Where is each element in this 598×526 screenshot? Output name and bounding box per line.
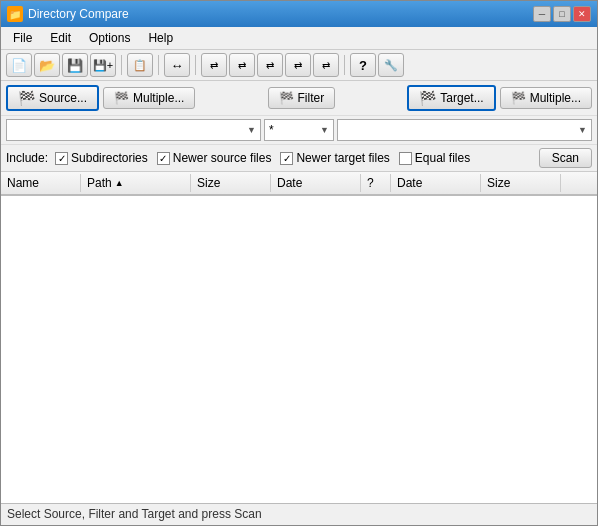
col-header-size[interactable]: Size	[191, 174, 271, 192]
copy5-button[interactable]: ⇄	[313, 53, 339, 77]
col-header-name[interactable]: Name	[1, 174, 81, 192]
table-body	[1, 196, 597, 503]
toolbar-separator-1	[121, 55, 122, 75]
multiple-source-button[interactable]: 🏁 Multiple...	[103, 87, 195, 109]
new-button[interactable]: 📄	[6, 53, 32, 77]
copy4-button[interactable]: ⇄	[285, 53, 311, 77]
multiple-target-icon: 🏁	[511, 91, 526, 105]
target-label: Target...	[440, 91, 483, 105]
col-header-size2[interactable]: Size	[481, 174, 561, 192]
toolbar-separator-2	[158, 55, 159, 75]
scan-button[interactable]: Scan	[539, 148, 592, 168]
equal-files-label: Equal files	[415, 151, 470, 165]
target-path-combo[interactable]: ▼	[337, 119, 592, 141]
filter-value: *	[269, 123, 274, 137]
copy1-button[interactable]: ⇄	[201, 53, 227, 77]
panel-row: 🏁 Source... 🏁 Multiple... 🏁 Filter 🏁 Tar…	[1, 81, 597, 116]
menu-edit[interactable]: Edit	[42, 29, 79, 47]
minimize-button[interactable]: ─	[533, 6, 551, 22]
multiple-source-label: Multiple...	[133, 91, 184, 105]
path-row: ▼ * ▼ ▼	[1, 116, 597, 145]
toolbar: 📄 📂 💾 💾+ 📋 ↔ ⇄ ⇄ ⇄ ⇄ ⇄ ? 🔧	[1, 50, 597, 81]
newer-target-checkbox[interactable]: ✓	[280, 152, 293, 165]
subdirectories-checkbox-item[interactable]: ✓ Subdirectories	[55, 151, 148, 165]
menubar: File Edit Options Help	[1, 27, 597, 50]
menu-help[interactable]: Help	[140, 29, 181, 47]
compare-button[interactable]: ↔	[164, 53, 190, 77]
newer-target-label: Newer target files	[296, 151, 389, 165]
include-label: Include:	[6, 151, 48, 165]
export-button[interactable]: 📋	[127, 53, 153, 77]
col-header-date1[interactable]: Date	[271, 174, 361, 192]
source-label: Source...	[39, 91, 87, 105]
subdirectories-checkbox[interactable]: ✓	[55, 152, 68, 165]
copy3-button[interactable]: ⇄	[257, 53, 283, 77]
close-button[interactable]: ✕	[573, 6, 591, 22]
copy2-button[interactable]: ⇄	[229, 53, 255, 77]
filter-arrow: ▼	[320, 125, 329, 135]
newer-source-checkbox-item[interactable]: ✓ Newer source files	[157, 151, 272, 165]
filter-combo[interactable]: * ▼	[264, 119, 334, 141]
title-bar-left: 📁 Directory Compare	[7, 6, 129, 22]
filter-label: Filter	[298, 91, 325, 105]
window-title: Directory Compare	[28, 7, 129, 21]
newer-source-checkbox[interactable]: ✓	[157, 152, 170, 165]
status-bar: Select Source, Filter and Target and pre…	[1, 503, 597, 525]
about-button[interactable]: 🔧	[378, 53, 404, 77]
main-window: 📁 Directory Compare ─ □ ✕ File Edit Opti…	[0, 0, 598, 526]
status-text: Select Source, Filter and Target and pre…	[7, 507, 262, 521]
target-icon: 🏁	[419, 90, 436, 106]
include-row: Include: ✓ Subdirectories ✓ Newer source…	[1, 145, 597, 172]
maximize-button[interactable]: □	[553, 6, 571, 22]
title-bar: 📁 Directory Compare ─ □ ✕	[1, 1, 597, 27]
subdirectories-label: Subdirectories	[71, 151, 148, 165]
target-button[interactable]: 🏁 Target...	[407, 85, 495, 111]
filter-icon: 🏁	[279, 91, 294, 105]
multiple-target-button[interactable]: 🏁 Multiple...	[500, 87, 592, 109]
col-header-path[interactable]: Path ▲	[81, 174, 191, 192]
col-header-question[interactable]: ?	[361, 174, 391, 192]
open-button[interactable]: 📂	[34, 53, 60, 77]
source-path-combo[interactable]: ▼	[6, 119, 261, 141]
title-buttons: ─ □ ✕	[533, 6, 591, 22]
newer-source-label: Newer source files	[173, 151, 272, 165]
source-icon: 🏁	[18, 90, 35, 106]
path-sort-arrow: ▲	[115, 178, 124, 188]
source-button[interactable]: 🏁 Source...	[6, 85, 99, 111]
save-button[interactable]: 💾	[62, 53, 88, 77]
menu-options[interactable]: Options	[81, 29, 138, 47]
app-icon: 📁	[7, 6, 23, 22]
target-path-arrow: ▼	[578, 125, 587, 135]
multiple-source-icon: 🏁	[114, 91, 129, 105]
table-header: Name Path ▲ Size Date ? Date Size	[1, 172, 597, 196]
equal-files-checkbox[interactable]	[399, 152, 412, 165]
col-header-date2[interactable]: Date	[391, 174, 481, 192]
help-button[interactable]: ?	[350, 53, 376, 77]
toolbar-separator-3	[195, 55, 196, 75]
newer-target-checkbox-item[interactable]: ✓ Newer target files	[280, 151, 389, 165]
filter-button[interactable]: 🏁 Filter	[268, 87, 336, 109]
menu-file[interactable]: File	[5, 29, 40, 47]
equal-files-checkbox-item[interactable]: Equal files	[399, 151, 470, 165]
toolbar-separator-4	[344, 55, 345, 75]
save-as-button[interactable]: 💾+	[90, 53, 116, 77]
source-path-arrow: ▼	[247, 125, 256, 135]
multiple-target-label: Multiple...	[530, 91, 581, 105]
